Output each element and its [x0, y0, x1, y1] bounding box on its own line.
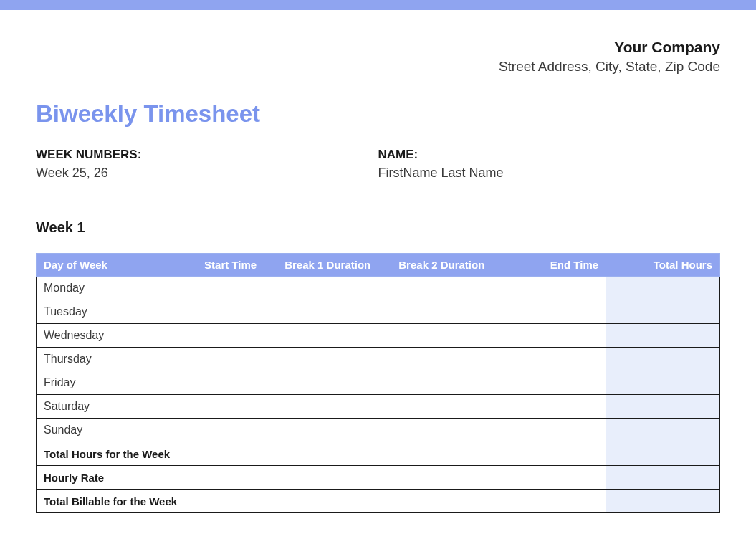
table-row: Sunday	[37, 419, 720, 442]
total-cell	[606, 324, 720, 348]
page-title: Biweekly Timesheet	[36, 100, 720, 128]
col-header-end: End Time	[492, 254, 606, 277]
break1-cell[interactable]	[264, 371, 378, 395]
break2-cell[interactable]	[378, 300, 492, 324]
break2-cell[interactable]	[378, 348, 492, 371]
end-cell[interactable]	[492, 419, 606, 442]
start-cell[interactable]	[150, 395, 264, 419]
day-cell: Tuesday	[37, 300, 150, 324]
start-cell[interactable]	[150, 419, 264, 442]
break2-cell[interactable]	[378, 419, 492, 442]
col-header-start: Start Time	[150, 254, 264, 277]
break2-cell[interactable]	[378, 277, 492, 300]
week-heading: Week 1	[0, 181, 756, 236]
break1-cell[interactable]	[264, 419, 378, 442]
table-row: Tuesday	[37, 300, 720, 324]
start-cell[interactable]	[150, 348, 264, 371]
total-cell	[606, 277, 720, 300]
break2-cell[interactable]	[378, 371, 492, 395]
table-row: Thursday	[37, 348, 720, 371]
start-cell[interactable]	[150, 371, 264, 395]
day-cell: Saturday	[37, 395, 150, 419]
hourly-rate-label: Hourly Rate	[37, 466, 606, 490]
break1-cell[interactable]	[264, 300, 378, 324]
week-numbers-value: Week 25, 26	[36, 166, 378, 181]
start-cell[interactable]	[150, 324, 264, 348]
col-header-total: Total Hours	[606, 254, 720, 277]
title-section: Biweekly Timesheet	[0, 75, 756, 128]
summary-row-total-hours: Total Hours for the Week	[37, 442, 720, 466]
total-cell	[606, 300, 720, 324]
day-cell: Friday	[37, 371, 150, 395]
company-name: Your Company	[36, 39, 720, 56]
day-cell: Thursday	[37, 348, 150, 371]
end-cell[interactable]	[492, 371, 606, 395]
break1-cell[interactable]	[264, 395, 378, 419]
break1-cell[interactable]	[264, 277, 378, 300]
table-body: Monday Tuesday Wednesday Thursday	[37, 277, 720, 513]
top-accent-bar	[0, 0, 756, 10]
table-row: Saturday	[37, 395, 720, 419]
name-value: FirstName Last Name	[378, 166, 721, 181]
name-label: NAME:	[378, 148, 721, 162]
table-header-row: Day of Week Start Time Break 1 Duration …	[37, 254, 720, 277]
end-cell[interactable]	[492, 324, 606, 348]
end-cell[interactable]	[492, 395, 606, 419]
table-row: Wednesday	[37, 324, 720, 348]
summary-row-total-billable: Total Billable for the Week	[37, 490, 720, 513]
company-header: Your Company Street Address, City, State…	[0, 10, 756, 75]
week-numbers-block: WEEK NUMBERS: Week 25, 26	[36, 148, 378, 181]
table-row: Friday	[37, 371, 720, 395]
summary-row-hourly-rate: Hourly Rate	[37, 466, 720, 490]
break1-cell[interactable]	[264, 324, 378, 348]
end-cell[interactable]	[492, 277, 606, 300]
day-cell: Monday	[37, 277, 150, 300]
total-billable-value	[606, 490, 720, 513]
break2-cell[interactable]	[378, 395, 492, 419]
timesheet-table: Day of Week Start Time Break 1 Duration …	[36, 253, 720, 513]
total-hours-value	[606, 442, 720, 466]
company-address: Street Address, City, State, Zip Code	[36, 59, 720, 75]
table-row: Monday	[37, 277, 720, 300]
col-header-break1: Break 1 Duration	[264, 254, 378, 277]
end-cell[interactable]	[492, 348, 606, 371]
day-cell: Wednesday	[37, 324, 150, 348]
break1-cell[interactable]	[264, 348, 378, 371]
week-numbers-label: WEEK NUMBERS:	[36, 148, 378, 162]
total-cell	[606, 348, 720, 371]
col-header-day: Day of Week	[37, 254, 150, 277]
day-cell: Sunday	[37, 419, 150, 442]
col-header-break2: Break 2 Duration	[378, 254, 492, 277]
hourly-rate-value[interactable]	[606, 466, 720, 490]
total-cell	[606, 371, 720, 395]
end-cell[interactable]	[492, 300, 606, 324]
break2-cell[interactable]	[378, 324, 492, 348]
start-cell[interactable]	[150, 277, 264, 300]
total-billable-label: Total Billable for the Week	[37, 490, 606, 513]
start-cell[interactable]	[150, 300, 264, 324]
name-block: NAME: FirstName Last Name	[378, 148, 721, 181]
total-cell	[606, 419, 720, 442]
info-section: WEEK NUMBERS: Week 25, 26 NAME: FirstNam…	[0, 128, 756, 181]
total-cell	[606, 395, 720, 419]
total-hours-label: Total Hours for the Week	[37, 442, 606, 466]
